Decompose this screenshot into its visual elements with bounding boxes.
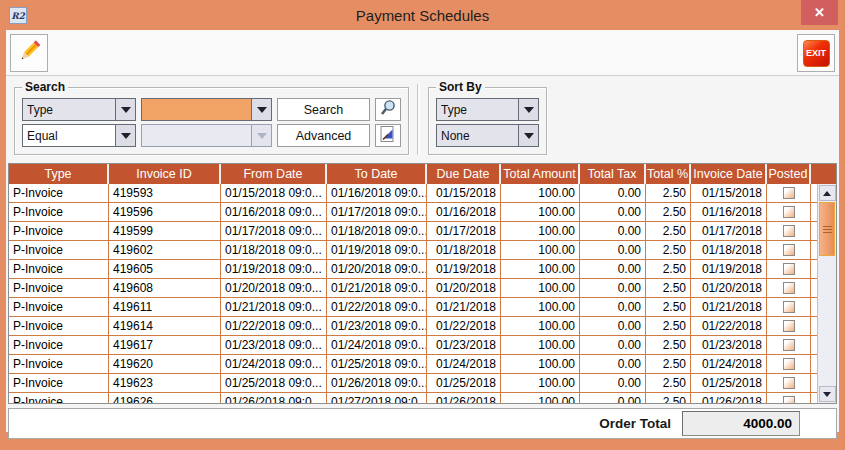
chevron-down-icon[interactable] bbox=[115, 124, 136, 147]
posted-checkbox[interactable] bbox=[783, 263, 795, 275]
posted-checkbox[interactable] bbox=[783, 377, 795, 389]
cell-invoice_id: 419602 bbox=[109, 241, 221, 259]
posted-checkbox[interactable] bbox=[783, 339, 795, 351]
search-value-combobox[interactable] bbox=[141, 98, 272, 121]
cell-type: P-Invoice bbox=[9, 279, 109, 297]
cell-due_date: 01/22/2018 bbox=[427, 317, 501, 335]
chevron-down-icon[interactable] bbox=[115, 98, 136, 121]
search-value-input[interactable] bbox=[141, 98, 251, 121]
filters-divider bbox=[417, 84, 420, 155]
header-filler bbox=[811, 164, 836, 184]
cell-invoice_id: 419611 bbox=[109, 298, 221, 316]
cell-total_tax: 0.00 bbox=[580, 317, 646, 335]
table-row[interactable]: P-Invoice41961701/23/2018 09:0...01/24/2… bbox=[9, 336, 817, 355]
cell-total_tax: 0.00 bbox=[580, 279, 646, 297]
cell-invoice_id: 419596 bbox=[109, 203, 221, 221]
chevron-down-icon[interactable] bbox=[518, 98, 539, 121]
chevron-down-icon[interactable] bbox=[251, 98, 272, 121]
cell-type: P-Invoice bbox=[9, 374, 109, 392]
table-row[interactable]: P-Invoice41959901/17/2018 09:0...01/18/2… bbox=[9, 222, 817, 241]
table-row[interactable]: P-Invoice41959601/16/2018 09:0...01/17/2… bbox=[9, 203, 817, 222]
cell-type: P-Invoice bbox=[9, 355, 109, 373]
advanced-search-icon-button[interactable] bbox=[375, 124, 401, 147]
order-total-label: Order Total bbox=[599, 416, 671, 431]
chevron-down-icon[interactable] bbox=[518, 124, 539, 147]
app-icon: R2 bbox=[9, 7, 27, 24]
cell-total_pct: 2.50 bbox=[646, 393, 691, 403]
table-row[interactable]: P-Invoice41962601/26/2018 09:0...01/27/2… bbox=[9, 393, 817, 403]
cell-due_date: 01/17/2018 bbox=[427, 222, 501, 240]
table-row[interactable]: P-Invoice41962001/24/2018 09:0...01/25/2… bbox=[9, 355, 817, 374]
window-content: EXIT Search Type bbox=[6, 30, 839, 432]
cell-total_amount: 100.00 bbox=[501, 241, 580, 259]
posted-checkbox[interactable] bbox=[783, 244, 795, 256]
posted-checkbox[interactable] bbox=[783, 301, 795, 313]
filters-band: Search Type Search bbox=[6, 76, 839, 161]
cell-from_date: 01/18/2018 09:0... bbox=[221, 241, 327, 259]
search-field-combobox[interactable]: Type bbox=[22, 98, 136, 121]
table-row[interactable]: P-Invoice41960501/19/2018 09:0...01/20/2… bbox=[9, 260, 817, 279]
column-header-invoice_id[interactable]: Invoice ID bbox=[109, 164, 221, 184]
column-header-due_date[interactable]: Due Date bbox=[427, 164, 501, 184]
payment-schedules-table: TypeInvoice IDFrom DateTo DateDue DateTo… bbox=[8, 163, 837, 404]
vertical-scrollbar[interactable] bbox=[817, 184, 836, 403]
column-header-total_pct[interactable]: Total % bbox=[646, 164, 691, 184]
table-row[interactable]: P-Invoice41962301/25/2018 09:0...01/26/2… bbox=[9, 374, 817, 393]
cell-type: P-Invoice bbox=[9, 298, 109, 316]
table-row[interactable]: P-Invoice41960201/18/2018 09:0...01/19/2… bbox=[9, 241, 817, 260]
cell-to_date: 01/24/2018 09:0... bbox=[327, 336, 427, 354]
posted-checkbox[interactable] bbox=[783, 225, 795, 237]
cell-invoice_date: 01/22/2018 bbox=[691, 317, 767, 335]
exit-button[interactable]: EXIT bbox=[797, 34, 835, 72]
cell-type: P-Invoice bbox=[9, 203, 109, 221]
search-value2-input bbox=[141, 124, 251, 147]
cell-to_date: 01/19/2018 09:0... bbox=[327, 241, 427, 259]
cell-from_date: 01/16/2018 09:0... bbox=[221, 203, 327, 221]
exit-icon: EXIT bbox=[803, 40, 830, 67]
advanced-button[interactable]: Advanced bbox=[277, 124, 370, 147]
cell-total_tax: 0.00 bbox=[580, 260, 646, 278]
table-row[interactable]: P-Invoice41961101/21/2018 09:0...01/22/2… bbox=[9, 298, 817, 317]
cell-due_date: 01/26/2018 bbox=[427, 393, 501, 403]
cell-to_date: 01/17/2018 09:0... bbox=[327, 203, 427, 221]
sort-primary-combobox[interactable]: Type bbox=[436, 98, 539, 121]
table-row[interactable]: P-Invoice41960801/20/2018 09:0...01/21/2… bbox=[9, 279, 817, 298]
column-header-posted[interactable]: Posted bbox=[767, 164, 811, 184]
cell-total_amount: 100.00 bbox=[501, 317, 580, 335]
scroll-down-button[interactable] bbox=[819, 386, 836, 402]
posted-checkbox[interactable] bbox=[783, 187, 795, 199]
posted-checkbox[interactable] bbox=[783, 358, 795, 370]
close-button[interactable]: ✕ bbox=[801, 0, 838, 25]
edit-button[interactable] bbox=[10, 34, 48, 72]
cell-invoice_date: 01/19/2018 bbox=[691, 260, 767, 278]
cell-due_date: 01/21/2018 bbox=[427, 298, 501, 316]
posted-checkbox[interactable] bbox=[783, 206, 795, 218]
cell-to_date: 01/26/2018 09:0... bbox=[327, 374, 427, 392]
column-header-total_tax[interactable]: Total Tax bbox=[580, 164, 646, 184]
search-row-1: Type Search bbox=[22, 98, 401, 121]
cell-invoice_date: 01/16/2018 bbox=[691, 203, 767, 221]
table-row[interactable]: P-Invoice41961401/22/2018 09:0...01/23/2… bbox=[9, 317, 817, 336]
cell-invoice_date: 01/20/2018 bbox=[691, 279, 767, 297]
posted-checkbox[interactable] bbox=[783, 282, 795, 294]
table-row[interactable]: P-Invoice41959301/15/2018 09:0...01/16/2… bbox=[9, 184, 817, 203]
cell-due_date: 01/16/2018 bbox=[427, 203, 501, 221]
column-header-total_amount[interactable]: Total Amount bbox=[501, 164, 580, 184]
column-header-to_date[interactable]: To Date bbox=[327, 164, 427, 184]
search-button[interactable]: Search bbox=[277, 98, 370, 121]
cell-total_amount: 100.00 bbox=[501, 374, 580, 392]
search-operator-combobox[interactable]: Equal bbox=[22, 124, 136, 147]
posted-checkbox[interactable] bbox=[783, 396, 795, 403]
column-header-invoice_date[interactable]: Invoice Date bbox=[691, 164, 767, 184]
posted-checkbox[interactable] bbox=[783, 320, 795, 332]
search-icon-button[interactable] bbox=[375, 98, 401, 121]
scroll-up-button[interactable] bbox=[819, 185, 836, 201]
cell-due_date: 01/18/2018 bbox=[427, 241, 501, 259]
pencil-icon bbox=[15, 37, 43, 69]
sort-secondary-combobox[interactable]: None bbox=[436, 124, 539, 147]
column-header-from_date[interactable]: From Date bbox=[221, 164, 327, 184]
scrollbar-thumb[interactable] bbox=[819, 202, 835, 256]
table-body: P-Invoice41959301/15/2018 09:0...01/16/2… bbox=[9, 184, 836, 403]
column-header-type[interactable]: Type bbox=[9, 164, 109, 184]
table-rows-viewport[interactable]: P-Invoice41959301/15/2018 09:0...01/16/2… bbox=[9, 184, 817, 403]
